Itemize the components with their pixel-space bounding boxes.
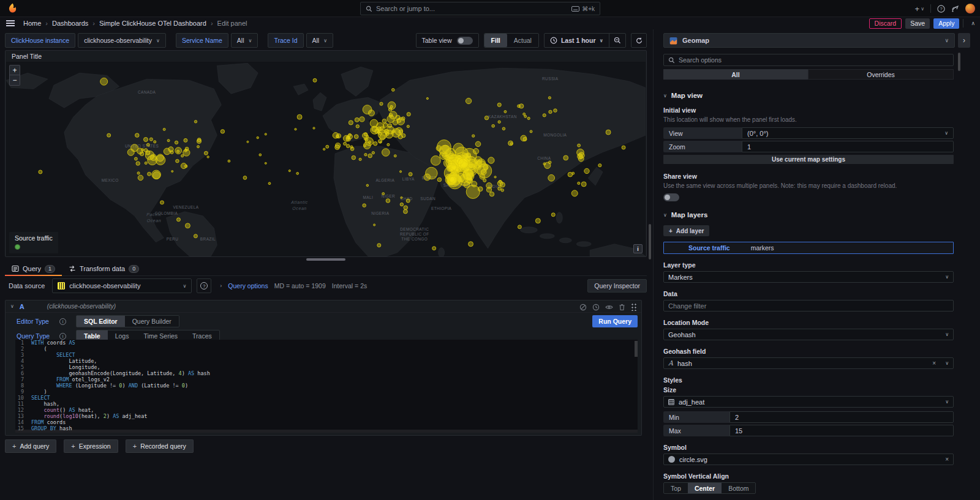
remove-query-icon[interactable] bbox=[619, 304, 625, 311]
layer-type-select[interactable]: Markers ∨ bbox=[663, 271, 954, 283]
actual-option[interactable]: Actual bbox=[507, 34, 538, 47]
tab-query[interactable]: Query 1 bbox=[5, 262, 62, 275]
panel-options-pane: Geomap ∨ › Search options All Overrides … bbox=[653, 29, 980, 500]
share-view-desc: Use the same view across multiple panels… bbox=[663, 182, 921, 190]
discard-button[interactable]: Discard bbox=[869, 18, 902, 29]
map-zoom-in-button[interactable]: + bbox=[9, 65, 20, 75]
tab-transform-data[interactable]: Transform data 0 bbox=[62, 262, 146, 275]
table-view-switch[interactable] bbox=[457, 37, 473, 45]
global-search[interactable]: Search or jump to... ⌘+k bbox=[360, 2, 600, 15]
datasource-help-button[interactable]: ? bbox=[197, 278, 211, 293]
recorded-query-button[interactable]: +Recorded query bbox=[126, 439, 194, 453]
align-top-option[interactable]: Top bbox=[664, 483, 688, 493]
query-history-icon[interactable] bbox=[592, 304, 600, 311]
fill-option[interactable]: Fill bbox=[484, 34, 507, 47]
help-icon[interactable]: ? bbox=[937, 5, 945, 13]
options-tab-all[interactable]: All bbox=[663, 69, 808, 80]
trace-id-select[interactable]: All∨ bbox=[306, 33, 334, 48]
sql-code-editor[interactable]: 1WITH coords AS2 (3 SELECT4 Latitude,5 L… bbox=[15, 340, 638, 433]
expression-button[interactable]: +Expression bbox=[64, 439, 118, 453]
grafana-logo[interactable] bbox=[7, 3, 18, 13]
add-layer-button[interactable]: +Add layer bbox=[663, 225, 709, 236]
time-range-button[interactable]: Last 1 hour ∨ bbox=[545, 37, 609, 44]
min-input[interactable]: 2 bbox=[729, 411, 954, 423]
breadcrumb-dashboards[interactable]: Dashboards bbox=[52, 20, 88, 27]
map-canvas[interactable]: RUSSIACANADAUNITED STATESMEXICOKAZAKHSTA… bbox=[6, 62, 646, 256]
map-info-button[interactable]: i bbox=[633, 244, 643, 253]
run-query-button[interactable]: Run Query bbox=[592, 315, 638, 327]
clear-icon[interactable]: × bbox=[945, 456, 949, 463]
options-scrollbar-thumb[interactable] bbox=[958, 53, 960, 71]
chevron-down-icon: ∨ bbox=[249, 38, 252, 43]
size-field-select[interactable]: adj_heat ∨ bbox=[663, 396, 954, 408]
save-button[interactable]: Save bbox=[905, 18, 930, 29]
query-editor-card: ∨ A (clickhouse-observability) Editor Ty… bbox=[5, 300, 642, 436]
symbol-select[interactable]: circle.svg × bbox=[663, 453, 954, 465]
search-icon bbox=[668, 57, 675, 64]
options-search[interactable]: Search options bbox=[663, 54, 954, 66]
hide-response-icon[interactable] bbox=[605, 304, 613, 311]
data-filter-field[interactable]: Change filter bbox=[663, 300, 954, 312]
chevron-down-icon: ∨ bbox=[945, 399, 949, 405]
query-header[interactable]: ∨ A (clickhouse-observability) bbox=[6, 300, 641, 313]
edit-tabs: Query 1 Transform data 0 bbox=[5, 262, 647, 276]
svg-text:VENEZUELA: VENEZUELA bbox=[173, 205, 198, 209]
panel-resize-handle[interactable] bbox=[306, 258, 345, 261]
search-icon bbox=[366, 6, 372, 12]
left-scrollbar-thumb[interactable] bbox=[649, 224, 651, 259]
refresh-button[interactable] bbox=[631, 33, 647, 48]
refresh-icon bbox=[636, 37, 643, 44]
section-map-layers[interactable]: ∨ Map layers bbox=[663, 211, 954, 218]
query-builder-option[interactable]: Query Builder bbox=[125, 316, 179, 327]
query-inspector-button[interactable]: Query Inspector bbox=[587, 279, 647, 293]
view-field-select[interactable]: (0°, 0°) ∨ bbox=[742, 127, 954, 139]
share-view-switch[interactable] bbox=[663, 193, 679, 201]
sql-editor-option[interactable]: SQL Editor bbox=[77, 316, 125, 327]
query-options-link[interactable]: Query options bbox=[228, 282, 268, 289]
avatar[interactable] bbox=[965, 4, 975, 13]
breadcrumb-home[interactable]: Home bbox=[23, 20, 41, 27]
code-horizontal-scrollbar[interactable] bbox=[15, 430, 638, 433]
zoom-field-input[interactable]: 1 bbox=[742, 141, 954, 152]
new-button[interactable]: +∨ bbox=[915, 4, 924, 13]
news-icon[interactable] bbox=[951, 5, 959, 13]
svg-text:?: ? bbox=[940, 6, 942, 12]
clickhouse-instance-select[interactable]: clickhouse-observability∨ bbox=[78, 33, 166, 48]
section-map-view[interactable]: ∨ Map view bbox=[663, 92, 954, 99]
datasource-select[interactable]: clickhouse-observability ∨ bbox=[52, 278, 192, 293]
expand-icon[interactable]: › bbox=[220, 283, 222, 289]
geomap-panel: Panel Title bbox=[5, 50, 647, 257]
use-current-map-settings-button[interactable]: Use current map settings bbox=[663, 155, 954, 164]
map-zoom-out-button[interactable]: − bbox=[9, 75, 20, 86]
zoom-out-time-button[interactable] bbox=[609, 33, 625, 48]
max-input[interactable]: 15 bbox=[729, 425, 954, 436]
collapse-pane-button[interactable]: › bbox=[958, 33, 970, 48]
code-vertical-scrollbar[interactable] bbox=[635, 341, 638, 357]
align-bottom-option[interactable]: Bottom bbox=[722, 483, 755, 493]
breadcrumb-dashboard-name[interactable]: Simple ClickHouse OTel Dashboard bbox=[99, 20, 206, 27]
apply-button[interactable]: Apply bbox=[933, 18, 959, 29]
align-center-option[interactable]: Center bbox=[688, 483, 722, 493]
panel-title[interactable]: Panel Title bbox=[6, 51, 646, 62]
add-query-button[interactable]: +Add query bbox=[5, 439, 56, 453]
geohash-field-select[interactable]: A hash × ∨ bbox=[663, 357, 954, 369]
table-view-toggle[interactable]: Table view bbox=[416, 33, 479, 48]
location-mode-select[interactable]: Geohash ∨ bbox=[663, 329, 954, 340]
options-tab-overrides[interactable]: Overrides bbox=[808, 69, 954, 80]
service-name-select[interactable]: All∨ bbox=[231, 33, 258, 48]
time-picker: Last 1 hour ∨ bbox=[544, 33, 626, 48]
visualization-picker[interactable]: Geomap ∨ bbox=[663, 33, 955, 48]
map-zoom-controls: + − bbox=[9, 65, 20, 86]
menu-icon[interactable] bbox=[6, 20, 15, 26]
clear-icon[interactable]: × bbox=[932, 360, 936, 367]
chevron-down-icon: ∨ bbox=[183, 283, 186, 289]
layer-row[interactable]: Source traffic markers bbox=[663, 242, 954, 254]
layer-name[interactable]: Source traffic bbox=[688, 244, 730, 252]
top-nav: Search or jump to... ⌘+k +∨ ? bbox=[0, 0, 980, 17]
chevron-down-icon[interactable]: ∨ bbox=[10, 304, 14, 309]
collapse-toolbar-icon[interactable]: ∧ bbox=[971, 20, 975, 26]
drag-handle-icon[interactable] bbox=[631, 303, 636, 311]
svg-text:NIGERIA: NIGERIA bbox=[371, 211, 390, 215]
svg-text:THE CONGO: THE CONGO bbox=[401, 237, 428, 241]
disable-query-icon[interactable] bbox=[579, 304, 587, 311]
